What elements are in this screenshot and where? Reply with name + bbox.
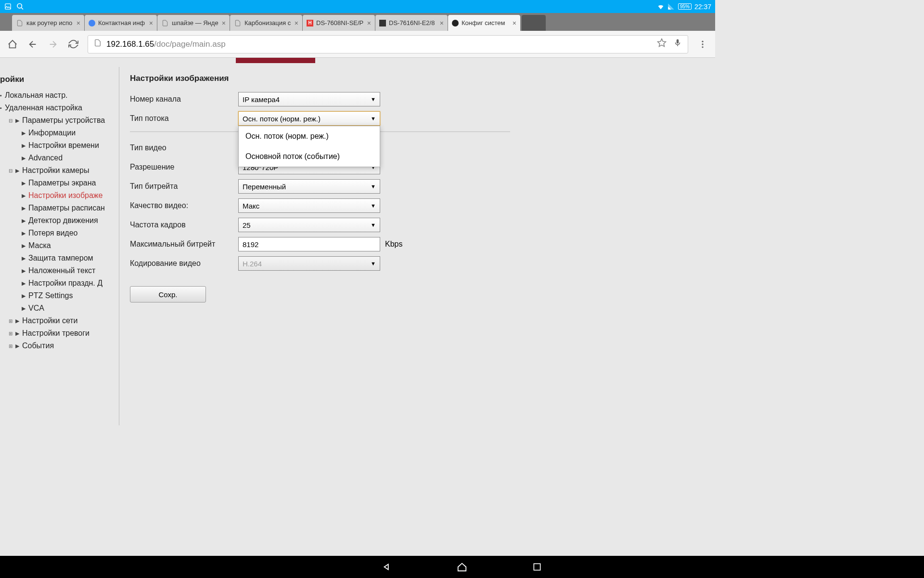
sidebar-item-overlay[interactable]: ▶Наложенный текст (0, 264, 119, 277)
arrow-icon: ▶ (22, 280, 26, 287)
quality-label: Качество видео: (130, 201, 238, 210)
sidebar-item-camera[interactable]: ⊟▶Настройки камеры (0, 164, 119, 177)
sidebar-item-vca[interactable]: ▶VCA (0, 302, 119, 315)
tab-title: DS-7616NI-E2/8 (389, 19, 437, 26)
browser-tab-active[interactable]: Конфиг систем × (448, 15, 520, 31)
chevron-down-icon: ▼ (371, 222, 376, 228)
sidebar-item-tamper[interactable]: ▶Защита тампером (0, 252, 119, 264)
browser-tab[interactable]: Контактная инф × (85, 15, 157, 31)
browser-tab[interactable]: шпайзе — Янде × (157, 15, 230, 31)
settings-tree: ▪Локальная настр. ▪Удаленная настройка ⊟… (0, 89, 119, 352)
arrow-icon: ▶ (22, 130, 26, 136)
svg-marker-3 (658, 39, 666, 47)
sidebar-item-info[interactable]: ▶Информации (0, 127, 119, 139)
arrow-icon: ▶ (22, 180, 26, 186)
tab-title: DS-7608NI-SE/P (316, 19, 364, 26)
reload-button[interactable] (67, 39, 79, 50)
tab-title: Карбонизация с (244, 19, 292, 26)
expand-icon[interactable]: ⊟ (9, 168, 14, 173)
browser-tab[interactable]: DS-7616NI-E2/8 × (375, 15, 448, 31)
android-status-bar: 95% 22:37 (0, 0, 715, 13)
tab-overflow[interactable] (522, 15, 546, 31)
fps-label: Частота кадров (130, 221, 238, 229)
sidebar-item-mask[interactable]: ▶Маска (0, 239, 119, 252)
close-icon[interactable]: × (440, 19, 444, 27)
expand-icon[interactable]: ⊟ (9, 118, 14, 123)
arrow-icon: ▶ (15, 330, 19, 337)
tab-title: как роутер испо (26, 19, 74, 26)
close-icon[interactable]: × (77, 19, 80, 27)
bitrate-type-select[interactable]: Переменный▼ (238, 179, 380, 194)
dropdown-option[interactable]: Основной поток (событие) (239, 146, 380, 167)
favicon-icon (379, 20, 386, 26)
video-type-label: Тип видео (130, 144, 238, 152)
browser-tab[interactable]: как роутер испо × (12, 15, 84, 31)
sidebar-item-ptz[interactable]: ▶PTZ Settings (0, 289, 119, 302)
bullet-icon: ▪ (0, 105, 2, 111)
channel-select[interactable]: IP камера4▼ (238, 92, 380, 106)
arrow-icon: ▶ (15, 318, 19, 324)
close-icon[interactable]: × (149, 19, 153, 27)
sidebar-item-schedule[interactable]: ▶Параметры расписан (0, 202, 119, 214)
bitrate-unit: Kbps (385, 240, 402, 249)
sidebar-item-events[interactable]: ⊞▶События (0, 340, 119, 352)
doc-icon (161, 19, 169, 27)
arrow-icon: ▶ (22, 305, 26, 312)
sidebar-item-motion[interactable]: ▶Детектор движения (0, 214, 119, 227)
arrow-icon: ▶ (15, 168, 19, 174)
wifi-icon (657, 3, 665, 11)
chevron-down-icon: ▼ (371, 261, 376, 266)
arrow-icon: ▶ (22, 193, 26, 199)
sidebar-item-local[interactable]: ▪Локальная настр. (0, 89, 119, 102)
sidebar-item-remote[interactable]: ▪Удаленная настройка (0, 102, 119, 114)
fps-select[interactable]: 25▼ (238, 218, 380, 232)
close-icon[interactable]: × (513, 19, 516, 27)
chevron-down-icon: ▼ (371, 203, 376, 209)
expand-icon[interactable]: ⊞ (9, 343, 14, 349)
sidebar-item-alarm[interactable]: ⊞▶Настройки тревоги (0, 327, 119, 340)
battery-indicator: 95% (678, 3, 692, 10)
stream-type-label: Тип потока (130, 114, 238, 123)
chevron-down-icon: ▼ (371, 116, 376, 121)
arrow-icon: ▶ (22, 218, 26, 224)
menu-button[interactable] (697, 39, 708, 50)
favicon-icon: H (307, 20, 313, 26)
dropdown-option[interactable]: Осн. поток (норм. реж.) (239, 126, 380, 146)
forward-button[interactable] (47, 39, 59, 50)
arrow-icon: ▶ (22, 243, 26, 249)
sidebar-item-holiday[interactable]: ▶Настройки праздн. Д (0, 277, 119, 289)
arrow-icon: ▶ (22, 143, 26, 149)
save-button[interactable]: Сохр. (130, 286, 206, 302)
sidebar-item-device-params[interactable]: ⊟▶Параметры устройства (0, 114, 119, 127)
sidebar-item-advanced[interactable]: ▶Advanced (0, 152, 119, 164)
clock: 22:37 (694, 3, 711, 11)
arrow-icon: ▶ (22, 293, 26, 299)
back-button[interactable] (27, 39, 38, 50)
close-icon[interactable]: × (295, 19, 298, 27)
browser-tab[interactable]: Карбонизация с × (230, 15, 302, 31)
header-remnant (0, 58, 715, 67)
close-icon[interactable]: × (222, 19, 226, 27)
max-bitrate-input[interactable] (238, 237, 380, 251)
bullet-icon: ▪ (0, 92, 2, 98)
quality-select[interactable]: Макс▼ (238, 198, 380, 213)
chevron-down-icon: ▼ (371, 96, 376, 102)
mic-icon[interactable] (673, 39, 682, 50)
stream-type-select[interactable]: Осн. поток (норм. реж.)▼ (238, 111, 380, 126)
home-button[interactable] (7, 39, 18, 50)
star-icon[interactable] (657, 38, 667, 50)
sidebar-item-video-loss[interactable]: ▶Потеря видео (0, 227, 119, 239)
sidebar-item-image-settings[interactable]: ▶Настройки изображе (0, 189, 119, 202)
expand-icon[interactable]: ⊞ (9, 331, 14, 336)
encoding-select[interactable]: H.264▼ (238, 256, 380, 271)
address-bar[interactable]: 192.168.1.65/doc/page/main.asp (88, 35, 688, 53)
page-icon (94, 39, 102, 49)
close-icon[interactable]: × (367, 19, 371, 27)
sidebar-item-display[interactable]: ▶Параметры экрана (0, 177, 119, 189)
expand-icon[interactable]: ⊞ (9, 318, 14, 324)
browser-tab[interactable]: H DS-7608NI-SE/P × (303, 15, 375, 31)
sidebar-item-network[interactable]: ⊞▶Настройки сети (0, 315, 119, 327)
channel-label: Номер канала (130, 95, 238, 104)
search-icon (16, 3, 24, 11)
sidebar-item-time[interactable]: ▶Настройки времени (0, 139, 119, 152)
